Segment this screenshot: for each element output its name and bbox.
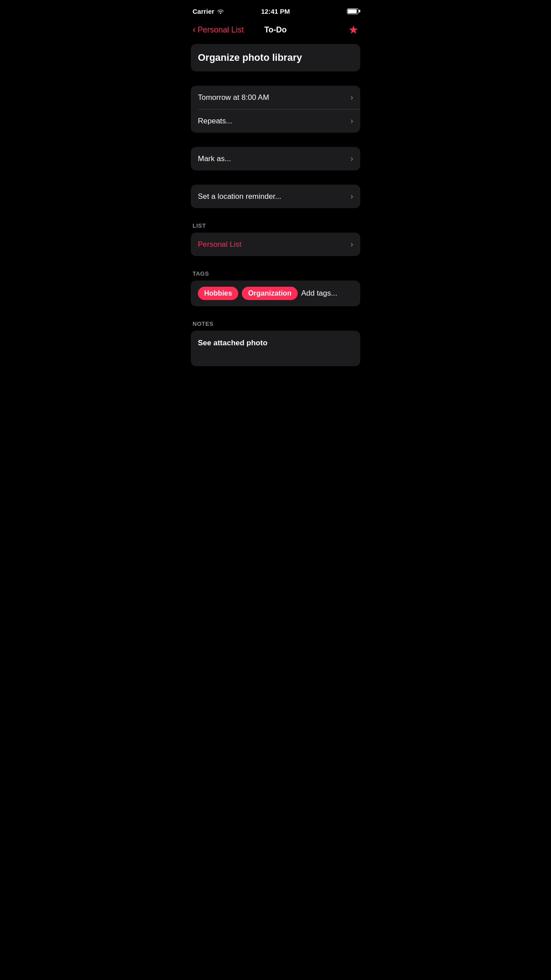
task-title-card: Organize photo library	[191, 44, 360, 71]
repeats-label: Repeats...	[198, 117, 232, 126]
datetime-repeats-card: Tomorrow at 8:00 AM › Repeats... ›	[191, 86, 360, 133]
location-chevron-icon: ›	[350, 192, 353, 201]
status-bar: Carrier 12:41 PM	[184, 0, 367, 20]
back-button[interactable]: ‹ Personal List	[193, 25, 244, 35]
battery-fill	[348, 9, 357, 13]
list-row[interactable]: Personal List ›	[191, 233, 360, 256]
tag-hobbies[interactable]: Hobbies	[198, 287, 238, 300]
list-chevron-icon: ›	[350, 240, 353, 249]
location-card: Set a location reminder... ›	[191, 185, 360, 208]
status-time: 12:41 PM	[261, 8, 290, 15]
notes-card[interactable]: See attached photo	[191, 331, 360, 366]
mark-as-row[interactable]: Mark as... ›	[191, 147, 360, 170]
back-chevron-icon: ‹	[193, 25, 196, 35]
add-tags-button[interactable]: Add tags...	[301, 289, 337, 298]
page-title: To-Do	[264, 25, 287, 35]
mark-as-card: Mark as... ›	[191, 147, 360, 170]
tag-organization[interactable]: Organization	[242, 287, 298, 300]
battery-icon	[347, 8, 358, 14]
star-button[interactable]: ★	[348, 23, 358, 37]
datetime-row[interactable]: Tomorrow at 8:00 AM ›	[191, 86, 360, 109]
repeats-chevron-icon: ›	[350, 116, 353, 126]
tags-section: TAGS Hobbies Organization Add tags...	[191, 270, 360, 306]
tags-card: Hobbies Organization Add tags...	[191, 281, 360, 306]
repeats-row[interactable]: Repeats... ›	[191, 109, 360, 133]
tags-row: Hobbies Organization Add tags...	[198, 287, 353, 300]
tags-section-header: TAGS	[191, 270, 360, 277]
datetime-chevron-icon: ›	[350, 93, 353, 102]
carrier-wifi: Carrier	[193, 8, 224, 15]
battery-indicator	[347, 8, 358, 14]
mark-as-label: Mark as...	[198, 154, 231, 163]
list-value: Personal List	[198, 240, 241, 249]
nav-header: ‹ Personal List To-Do ★	[184, 20, 367, 44]
carrier-text: Carrier	[193, 8, 214, 15]
notes-text: See attached photo	[198, 339, 268, 347]
location-row[interactable]: Set a location reminder... ›	[191, 185, 360, 208]
task-title: Organize photo library	[198, 52, 302, 63]
list-section-header: LIST	[191, 222, 360, 229]
datetime-label: Tomorrow at 8:00 AM	[198, 93, 269, 102]
list-section: LIST Personal List ›	[191, 222, 360, 256]
back-button-label: Personal List	[197, 25, 244, 35]
list-card: Personal List ›	[191, 233, 360, 256]
star-icon: ★	[348, 23, 358, 36]
notes-section: NOTES See attached photo	[191, 320, 360, 366]
notes-section-header: NOTES	[191, 320, 360, 327]
wifi-icon	[217, 8, 224, 15]
main-content: Organize photo library Tomorrow at 8:00 …	[184, 44, 367, 366]
location-label: Set a location reminder...	[198, 192, 281, 201]
mark-as-chevron-icon: ›	[350, 154, 353, 163]
